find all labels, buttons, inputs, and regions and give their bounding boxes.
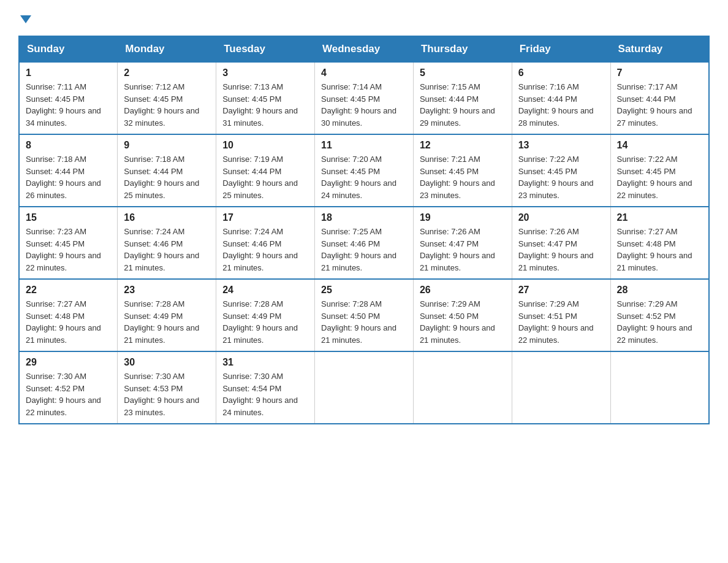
sunset-text: Sunset: 4:48 PM (26, 312, 85, 321)
daylight-text: Daylight: 9 hours and 27 minutes. (617, 106, 692, 128)
sunrise-text: Sunrise: 7:19 AM (222, 155, 283, 164)
sunrise-text: Sunrise: 7:24 AM (124, 227, 184, 236)
sunset-text: Sunset: 4:45 PM (321, 94, 380, 104)
day-info: Sunrise: 7:18 AM Sunset: 4:44 PM Dayligh… (124, 153, 210, 201)
day-info: Sunrise: 7:24 AM Sunset: 4:46 PM Dayligh… (222, 226, 308, 274)
weekday-header-saturday: Saturday (610, 36, 709, 62)
day-info: Sunrise: 7:21 AM Sunset: 4:45 PM Dayligh… (420, 153, 506, 201)
daylight-text: Daylight: 9 hours and 21 minutes. (518, 251, 594, 272)
calendar-day-cell: 3 Sunrise: 7:13 AM Sunset: 4:45 PM Dayli… (216, 62, 315, 134)
day-info: Sunrise: 7:22 AM Sunset: 4:45 PM Dayligh… (617, 153, 702, 201)
sunset-text: Sunset: 4:46 PM (321, 239, 380, 248)
day-info: Sunrise: 7:13 AM Sunset: 4:45 PM Dayligh… (222, 81, 308, 129)
day-number: 10 (222, 140, 308, 151)
day-number: 27 (518, 285, 604, 296)
weekday-header-row: SundayMondayTuesdayWednesdayThursdayFrid… (19, 36, 709, 62)
calendar-day-cell: 10 Sunrise: 7:19 AM Sunset: 4:44 PM Dayl… (216, 134, 315, 207)
daylight-text: Daylight: 9 hours and 22 minutes. (617, 178, 692, 200)
sunset-text: Sunset: 4:44 PM (124, 167, 183, 176)
day-info: Sunrise: 7:16 AM Sunset: 4:44 PM Dayligh… (518, 81, 604, 129)
weekday-header-tuesday: Tuesday (216, 36, 315, 62)
daylight-text: Daylight: 9 hours and 21 minutes. (222, 251, 298, 272)
day-number: 5 (420, 67, 506, 79)
calendar-day-cell: 19 Sunrise: 7:26 AM Sunset: 4:47 PM Dayl… (413, 207, 512, 279)
day-number: 19 (420, 212, 506, 223)
day-info: Sunrise: 7:19 AM Sunset: 4:44 PM Dayligh… (222, 153, 308, 201)
logo-arrow-icon (20, 15, 31, 23)
day-number: 25 (321, 285, 407, 296)
calendar-day-cell: 8 Sunrise: 7:18 AM Sunset: 4:44 PM Dayli… (19, 134, 118, 207)
day-info: Sunrise: 7:25 AM Sunset: 4:46 PM Dayligh… (321, 226, 407, 274)
daylight-text: Daylight: 9 hours and 31 minutes. (222, 106, 298, 128)
day-info: Sunrise: 7:30 AM Sunset: 4:52 PM Dayligh… (26, 370, 111, 418)
sunrise-text: Sunrise: 7:29 AM (518, 299, 579, 308)
sunrise-text: Sunrise: 7:21 AM (420, 155, 480, 164)
sunset-text: Sunset: 4:44 PM (617, 94, 676, 104)
sunset-text: Sunset: 4:48 PM (617, 239, 676, 248)
sunset-text: Sunset: 4:47 PM (420, 239, 479, 248)
calendar-day-cell: 23 Sunrise: 7:28 AM Sunset: 4:49 PM Dayl… (118, 279, 216, 351)
day-number: 30 (124, 357, 210, 368)
sunset-text: Sunset: 4:46 PM (222, 239, 281, 248)
day-number: 22 (26, 285, 111, 296)
day-info: Sunrise: 7:29 AM Sunset: 4:52 PM Dayligh… (617, 298, 702, 346)
day-info: Sunrise: 7:12 AM Sunset: 4:45 PM Dayligh… (124, 81, 210, 129)
day-number: 14 (617, 140, 702, 151)
sunset-text: Sunset: 4:45 PM (617, 167, 676, 176)
daylight-text: Daylight: 9 hours and 22 minutes. (617, 323, 692, 345)
daylight-text: Daylight: 9 hours and 30 minutes. (321, 106, 396, 128)
sunset-text: Sunset: 4:45 PM (420, 167, 479, 176)
day-number: 31 (222, 357, 308, 368)
sunset-text: Sunset: 4:53 PM (124, 384, 183, 393)
day-info: Sunrise: 7:29 AM Sunset: 4:51 PM Dayligh… (518, 298, 604, 346)
sunrise-text: Sunrise: 7:27 AM (617, 227, 678, 236)
sunset-text: Sunset: 4:44 PM (420, 94, 479, 104)
calendar-week-row: 8 Sunrise: 7:18 AM Sunset: 4:44 PM Dayli… (19, 134, 709, 207)
day-number: 13 (518, 140, 604, 151)
weekday-header-wednesday: Wednesday (315, 36, 414, 62)
calendar-day-cell: 15 Sunrise: 7:23 AM Sunset: 4:45 PM Dayl… (19, 207, 118, 279)
calendar-week-row: 29 Sunrise: 7:30 AM Sunset: 4:52 PM Dayl… (19, 351, 709, 424)
calendar-day-cell: 1 Sunrise: 7:11 AM Sunset: 4:45 PM Dayli… (19, 62, 118, 134)
calendar-day-cell: 20 Sunrise: 7:26 AM Sunset: 4:47 PM Dayl… (512, 207, 610, 279)
day-number: 12 (420, 140, 506, 151)
calendar-day-cell: 25 Sunrise: 7:28 AM Sunset: 4:50 PM Dayl… (315, 279, 414, 351)
sunset-text: Sunset: 4:45 PM (321, 167, 380, 176)
day-number: 15 (26, 212, 111, 223)
calendar-day-cell: 11 Sunrise: 7:20 AM Sunset: 4:45 PM Dayl… (315, 134, 414, 207)
day-info: Sunrise: 7:22 AM Sunset: 4:45 PM Dayligh… (518, 153, 604, 201)
daylight-text: Daylight: 9 hours and 21 minutes. (321, 323, 396, 345)
sunset-text: Sunset: 4:50 PM (321, 312, 380, 321)
sunrise-text: Sunrise: 7:28 AM (321, 299, 382, 308)
day-info: Sunrise: 7:15 AM Sunset: 4:44 PM Dayligh… (420, 81, 506, 129)
sunrise-text: Sunrise: 7:28 AM (124, 299, 184, 308)
daylight-text: Daylight: 9 hours and 23 minutes. (420, 178, 495, 200)
day-info: Sunrise: 7:20 AM Sunset: 4:45 PM Dayligh… (321, 153, 407, 201)
sunrise-text: Sunrise: 7:12 AM (124, 82, 184, 91)
day-number: 4 (321, 67, 407, 79)
sunrise-text: Sunrise: 7:30 AM (222, 372, 283, 381)
day-number: 28 (617, 285, 702, 296)
daylight-text: Daylight: 9 hours and 32 minutes. (124, 106, 199, 128)
logo (18, 12, 31, 23)
page-header (18, 12, 710, 23)
day-number: 11 (321, 140, 407, 151)
calendar-day-cell: 26 Sunrise: 7:29 AM Sunset: 4:50 PM Dayl… (413, 279, 512, 351)
day-info: Sunrise: 7:28 AM Sunset: 4:49 PM Dayligh… (222, 298, 308, 346)
daylight-text: Daylight: 9 hours and 21 minutes. (26, 323, 101, 345)
day-info: Sunrise: 7:18 AM Sunset: 4:44 PM Dayligh… (26, 153, 111, 201)
calendar-week-row: 15 Sunrise: 7:23 AM Sunset: 4:45 PM Dayl… (19, 207, 709, 279)
day-info: Sunrise: 7:17 AM Sunset: 4:44 PM Dayligh… (617, 81, 702, 129)
day-number: 7 (617, 67, 702, 79)
calendar-day-cell: 29 Sunrise: 7:30 AM Sunset: 4:52 PM Dayl… (19, 351, 118, 424)
sunrise-text: Sunrise: 7:17 AM (617, 82, 678, 91)
calendar-day-cell: 13 Sunrise: 7:22 AM Sunset: 4:45 PM Dayl… (512, 134, 610, 207)
calendar-day-cell (315, 351, 414, 424)
sunset-text: Sunset: 4:46 PM (124, 239, 183, 248)
day-info: Sunrise: 7:27 AM Sunset: 4:48 PM Dayligh… (26, 298, 111, 346)
sunrise-text: Sunrise: 7:20 AM (321, 155, 382, 164)
sunset-text: Sunset: 4:52 PM (26, 384, 85, 393)
daylight-text: Daylight: 9 hours and 24 minutes. (321, 178, 396, 200)
sunrise-text: Sunrise: 7:16 AM (518, 82, 579, 91)
calendar-day-cell: 28 Sunrise: 7:29 AM Sunset: 4:52 PM Dayl… (610, 279, 709, 351)
